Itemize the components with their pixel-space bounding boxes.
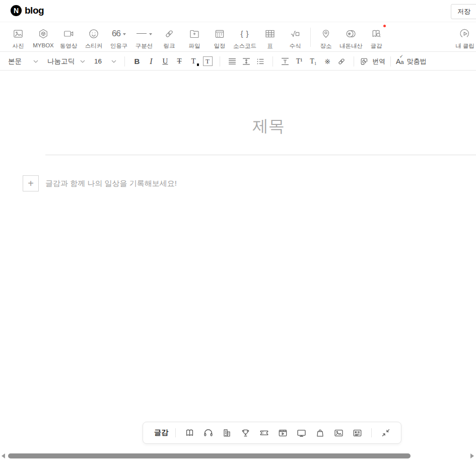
format-toolbar-divider [220, 56, 220, 67]
topic-bar-divider [371, 428, 372, 437]
insert-item-label: 링크 [164, 42, 175, 50]
collapse-icon [380, 427, 391, 438]
topic-music-button[interactable] [199, 424, 218, 442]
topic-sports-button[interactable] [236, 424, 255, 442]
headphones-icon [202, 427, 214, 439]
underline-button[interactable]: U [158, 55, 172, 68]
video-icon [62, 27, 75, 40]
insert-item-label: MYBOX [33, 42, 54, 48]
horizontal-scrollbar-thumb[interactable] [8, 453, 411, 458]
topic-floating-bar: 글감 [143, 422, 401, 444]
align-button[interactable] [225, 55, 239, 68]
new-badge-dot [383, 25, 386, 27]
topic-book-button[interactable] [180, 424, 199, 442]
topic-bar-label[interactable]: 글감 [154, 428, 168, 437]
insert-divider-button[interactable]: 구분선 [131, 27, 157, 50]
topic-icon [370, 27, 382, 40]
scroll-left-arrow[interactable] [2, 453, 5, 458]
spellcheck-icon: Aa ✓ [396, 57, 404, 65]
photo-icon [12, 27, 24, 40]
format-toolbar-divider [124, 56, 125, 67]
paragraph-spacing-icon [280, 56, 291, 67]
line-height-button[interactable] [239, 55, 253, 68]
spellcheck-button[interactable]: Aa ✓ 맞춤법 [396, 57, 427, 66]
font-color-button[interactable]: T [186, 55, 200, 68]
insert-sourcecode-button[interactable]: { } 소스코드 [232, 27, 257, 50]
format-toolbar-divider [354, 56, 354, 67]
insert-item-label: 사진 [13, 42, 24, 50]
paragraph-spacing-button[interactable] [278, 55, 292, 68]
topic-tv-button[interactable] [292, 424, 311, 442]
insert-schedule-button[interactable]: 일정 [207, 27, 232, 50]
special-char-button[interactable]: ※ [320, 55, 334, 68]
collapse-bar-button[interactable] [376, 424, 395, 442]
body-input-placeholder[interactable]: 글감과 함께 나의 일상을 기록해보세요! [45, 179, 177, 188]
table-icon [264, 27, 276, 40]
insert-video-button[interactable]: 동영상 [56, 27, 81, 50]
font-size-dropdown[interactable]: 16 [94, 57, 116, 65]
add-content-button[interactable]: + [23, 175, 39, 191]
insert-item-label: 인용구 [110, 42, 128, 50]
insert-toolbar-divider [310, 28, 311, 47]
superscript-button[interactable]: T¹ [292, 55, 306, 68]
topic-company-button[interactable] [218, 424, 236, 442]
bullet-list-icon [255, 56, 266, 67]
insert-item-label: 장소 [320, 42, 332, 50]
paragraph-style-value: 본문 [8, 57, 22, 66]
title-input-placeholder[interactable]: 제목 [45, 115, 476, 138]
naver-blog-logo[interactable]: N blog [11, 5, 44, 16]
highlight-color-button[interactable]: T [200, 55, 215, 68]
insert-place-button[interactable]: 장소 [313, 27, 338, 50]
insert-toolbar: 사진 MYBOX 동영상 스 [0, 23, 476, 52]
bold-button[interactable]: B [130, 55, 144, 68]
list-button[interactable] [253, 55, 267, 68]
format-toolbar-divider [390, 56, 391, 67]
my-clip-icon [459, 27, 471, 40]
sticker-icon [88, 27, 100, 40]
chevron-down-icon [123, 33, 126, 35]
strikethrough-button[interactable]: T [172, 55, 186, 68]
insert-sticker-button[interactable]: 스티커 [81, 27, 106, 50]
insert-mybox-button[interactable]: MYBOX [31, 27, 56, 48]
topic-photo-button[interactable] [329, 424, 348, 442]
insert-topic-button[interactable]: 글감 [364, 27, 389, 50]
align-icon [227, 56, 238, 67]
insert-item-label: 표 [267, 42, 273, 50]
paragraph-style-dropdown[interactable]: 본문 [8, 57, 38, 66]
mybox-icon [37, 27, 49, 40]
schedule-icon [214, 27, 226, 40]
insert-link-text-button[interactable] [334, 55, 349, 68]
insert-my-money-button[interactable]: 내돈내산 [338, 27, 364, 50]
translate-button[interactable]: 번역 [359, 56, 385, 67]
font-family-dropdown[interactable]: 나눔고딕 [47, 57, 85, 66]
italic-button[interactable]: I [144, 55, 158, 68]
my-money-icon [345, 27, 358, 40]
chevron-down-icon [80, 60, 85, 63]
spellcheck-label: 맞춤법 [407, 57, 427, 66]
place-icon [320, 27, 332, 40]
formula-icon [289, 27, 301, 40]
translate-icon [359, 56, 369, 67]
trophy-icon [240, 427, 251, 439]
chevron-down-icon [111, 60, 116, 63]
chevron-down-icon [149, 33, 152, 35]
ticket-icon [258, 427, 270, 439]
insert-file-button[interactable]: 파일 [182, 27, 207, 50]
subscript-button[interactable]: T₁ [306, 55, 320, 68]
topic-performance-button[interactable] [255, 424, 274, 442]
insert-quote-button[interactable]: 66 인용구 [106, 27, 131, 50]
format-toolbar-divider [273, 56, 273, 67]
shopping-bag-icon [314, 427, 326, 439]
topic-shopping-button[interactable] [311, 424, 329, 442]
insert-table-button[interactable]: 표 [257, 27, 283, 50]
insert-formula-button[interactable]: 수식 [283, 27, 308, 50]
topic-news-button[interactable] [348, 424, 367, 442]
translate-label: 번역 [372, 57, 385, 66]
insert-link-button[interactable]: 링크 [157, 27, 182, 50]
topic-movie-button[interactable] [274, 424, 292, 442]
save-button[interactable]: 저장 [451, 4, 476, 19]
insert-photo-button[interactable]: 사진 [6, 27, 31, 50]
scroll-right-arrow[interactable] [470, 453, 474, 458]
insert-my-clip-button[interactable]: 내 클립 [450, 27, 476, 50]
insert-item-label: 수식 [290, 42, 301, 50]
